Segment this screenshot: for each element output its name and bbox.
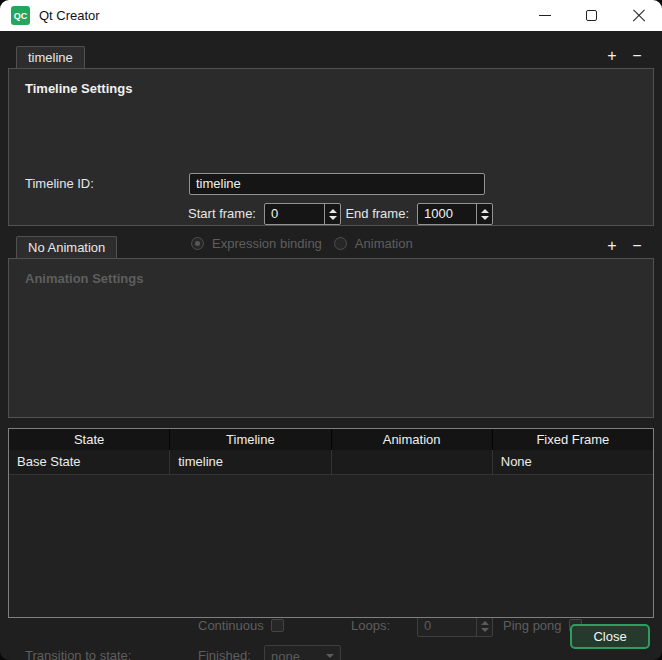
cell-state[interactable]: Base State [9, 450, 170, 475]
timeline-id-input[interactable]: timeline [189, 173, 485, 195]
column-header-timeline[interactable]: Timeline [170, 429, 331, 450]
timeline-settings-pane: Timeline Settings Timeline ID: timeline … [8, 68, 654, 226]
minimize-button[interactable] [521, 0, 568, 31]
add-timeline-button[interactable]: + [601, 46, 623, 68]
tab-timeline[interactable]: timeline [16, 46, 85, 69]
spin-down-icon[interactable] [481, 216, 489, 220]
ping-pong-label: Ping pong [503, 615, 562, 637]
add-animation-button[interactable]: + [601, 236, 623, 258]
tab-no-animation[interactable]: No Animation [16, 236, 117, 259]
titlebar: QC Qt Creator [0, 0, 662, 31]
end-frame-label: End frame: [309, 203, 409, 225]
finished-label: Finished: [198, 645, 251, 660]
spinner-buttons[interactable] [476, 204, 492, 224]
cell-animation[interactable] [332, 450, 493, 475]
timeline-settings-heading: Timeline Settings [25, 81, 132, 96]
window-controls [521, 0, 662, 31]
loops-label: Loops: [351, 615, 390, 637]
maximize-button[interactable] [568, 0, 615, 31]
expression-binding-radio-label: Expression binding [212, 236, 322, 251]
end-frame-spinner[interactable]: 1000 [417, 203, 493, 225]
binding-type-radio-group: Expression binding Animation [191, 235, 413, 251]
column-header-fixed-frame[interactable]: Fixed Frame [493, 429, 653, 450]
loops-spinner: 0 [417, 615, 493, 637]
animation-radio [334, 237, 347, 250]
minimize-icon [539, 15, 551, 17]
window-title: Qt Creator [39, 8, 521, 23]
remove-timeline-button[interactable]: − [626, 46, 648, 68]
transition-to-state-label: Transition to state: [25, 645, 131, 660]
spin-up-icon[interactable] [481, 209, 489, 213]
cell-fixed-frame[interactable]: None [493, 450, 653, 475]
remove-animation-button[interactable]: − [626, 236, 648, 258]
animation-radio-label: Animation [355, 236, 413, 251]
spin-up-icon [481, 621, 489, 625]
expression-binding-radio [191, 237, 204, 250]
qt-creator-dialog-window: QC Qt Creator timeline + − Timeline Sett… [0, 0, 662, 660]
continuous-label: Continuous [198, 615, 264, 637]
finished-dropdown: none [264, 645, 341, 660]
dropdown-arrow-icon [326, 654, 334, 658]
close-window-button[interactable] [615, 0, 662, 31]
timeline-id-label: Timeline ID: [25, 173, 94, 195]
cell-timeline[interactable]: timeline [170, 450, 331, 475]
spin-down-icon [481, 628, 489, 632]
spinner-buttons [476, 616, 492, 636]
qt-creator-logo-icon: QC [11, 6, 30, 25]
table-row[interactable]: Base State timeline None [9, 450, 653, 475]
table-empty-area [9, 475, 653, 617]
column-header-animation[interactable]: Animation [332, 429, 493, 450]
animation-settings-pane: Animation Settings Animation ID: Running… [8, 258, 654, 418]
states-table: State Timeline Animation Fixed Frame Bas… [8, 428, 654, 618]
close-button[interactable]: Close [570, 624, 650, 649]
column-header-state[interactable]: State [9, 429, 170, 450]
logo-text: QC [14, 11, 28, 21]
animation-settings-heading: Animation Settings [25, 271, 143, 286]
start-frame-label: Start frame: [149, 203, 256, 225]
close-icon [632, 9, 646, 23]
table-header-row: State Timeline Animation Fixed Frame [9, 429, 653, 450]
maximize-icon [586, 10, 597, 21]
continuous-checkbox [271, 619, 284, 632]
